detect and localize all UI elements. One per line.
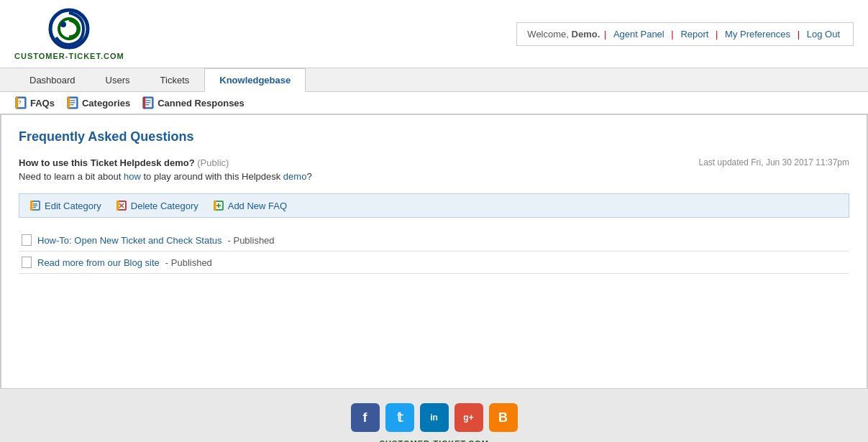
edit-category-label: Edit Category xyxy=(45,201,101,211)
categories-icon xyxy=(66,96,79,109)
faq-list-item-2-link[interactable]: Read more from our Blog site xyxy=(37,257,160,268)
faq-header-row: Last updated Fri, Jun 30 2017 11:37pm Ho… xyxy=(19,157,849,168)
svg-rect-9 xyxy=(68,97,70,109)
footer-brand: Customer-Ticket.com xyxy=(14,439,854,442)
sub-nav-faqs[interactable]: ? FAQs xyxy=(14,96,55,109)
my-preferences-link[interactable]: My Preferences xyxy=(725,29,790,40)
main-nav: Dashboard Users Tickets Knowledgebase xyxy=(0,68,868,92)
log-out-link[interactable]: Log Out xyxy=(807,29,840,40)
delete-category-btn[interactable]: Delete Category xyxy=(116,200,198,211)
sub-nav-categories[interactable]: Categories xyxy=(66,96,130,109)
svg-rect-22 xyxy=(33,203,37,205)
social-icons: f 𝕥 in g+ B xyxy=(14,403,854,432)
svg-rect-21 xyxy=(30,201,33,211)
delete-category-label: Delete Category xyxy=(131,201,198,211)
tab-tickets[interactable]: Tickets xyxy=(145,68,205,91)
faq-visibility: (Public) xyxy=(197,157,229,168)
add-new-faq-btn[interactable]: Add New FAQ xyxy=(213,200,287,211)
faq-list-item: Read more from our Blog site - Published xyxy=(19,252,849,274)
svg-rect-12 xyxy=(70,104,73,106)
facebook-btn[interactable]: f xyxy=(351,403,380,432)
faq-list-item-2-status: - Published xyxy=(165,257,212,268)
add-new-faq-label: Add New FAQ xyxy=(228,201,287,211)
content-wrapper: Frequently Asked Questions Last updated … xyxy=(0,115,868,389)
faq-list-item-1-status: - Published xyxy=(228,235,275,246)
svg-rect-27 xyxy=(117,201,119,211)
faq-last-updated: Last updated Fri, Jun 30 2017 11:37pm xyxy=(699,157,849,167)
delete-category-icon xyxy=(116,200,127,211)
username: Demo. xyxy=(572,29,600,40)
doc-icon-1 xyxy=(22,234,32,246)
sub-nav-canned-label: Canned Responses xyxy=(157,98,245,109)
add-new-faq-icon xyxy=(213,200,224,211)
faq-link-how[interactable]: how xyxy=(124,171,141,182)
faq-list-item: How-To: Open New Ticket and Check Status… xyxy=(19,229,849,252)
top-nav: Welcome, Demo. | Agent Panel | Report | … xyxy=(516,22,854,46)
logo-icon xyxy=(47,7,91,50)
svg-rect-32 xyxy=(214,201,216,211)
sub-nav-categories-label: Categories xyxy=(82,98,130,109)
faq-entry: Last updated Fri, Jun 30 2017 11:37pm Ho… xyxy=(19,157,849,182)
page-title: Frequently Asked Questions xyxy=(19,129,849,144)
svg-rect-16 xyxy=(146,100,151,101)
content: Frequently Asked Questions Last updated … xyxy=(1,115,867,388)
edit-category-btn[interactable]: Edit Category xyxy=(29,200,101,211)
twitter-btn[interactable]: 𝕥 xyxy=(385,403,414,432)
logo-text: Customer-Ticket.com xyxy=(14,52,124,60)
canned-icon xyxy=(142,96,155,109)
edit-category-icon xyxy=(29,200,41,211)
sub-nav: ? FAQs Categories C xyxy=(0,92,868,115)
svg-point-2 xyxy=(60,22,66,27)
agent-panel-link[interactable]: Agent Panel xyxy=(613,29,664,40)
faq-description: Need to learn a bit about how to play ar… xyxy=(19,171,849,182)
separator-3: | xyxy=(716,29,718,40)
tab-users[interactable]: Users xyxy=(91,68,145,91)
sub-nav-canned-responses[interactable]: Canned Responses xyxy=(142,96,245,109)
faq-list-item-1-link[interactable]: How-To: Open New Ticket and Check Status xyxy=(37,235,222,246)
faq-link-demo[interactable]: demo xyxy=(283,171,307,182)
doc-icon-2 xyxy=(22,257,32,268)
svg-rect-17 xyxy=(146,102,151,103)
googleplus-btn[interactable]: g+ xyxy=(454,403,483,432)
report-link[interactable]: Report xyxy=(680,29,708,40)
header: Customer-Ticket.com Welcome, Demo. | Age… xyxy=(0,0,868,68)
faq-question-text: How to use this Ticket Helpdesk demo? xyxy=(19,157,195,168)
welcome-text: Welcome, xyxy=(527,29,571,40)
blogger-btn[interactable]: B xyxy=(489,403,518,432)
logo-area: Customer-Ticket.com xyxy=(14,7,124,60)
svg-rect-11 xyxy=(70,102,75,103)
separator-4: | xyxy=(798,29,800,40)
footer: f 𝕥 in g+ B Customer-Ticket.com xyxy=(0,389,868,442)
separator-1: | xyxy=(604,29,606,40)
linkedin-btn[interactable]: in xyxy=(420,403,449,432)
faq-question: How to use this Ticket Helpdesk demo? (P… xyxy=(19,157,229,168)
svg-rect-24 xyxy=(33,207,36,208)
svg-rect-18 xyxy=(146,104,150,106)
svg-text:?: ? xyxy=(19,100,22,105)
action-bar: Edit Category Delete Category xyxy=(19,193,849,218)
svg-rect-23 xyxy=(33,206,37,207)
svg-rect-10 xyxy=(70,100,75,101)
faq-icon: ? xyxy=(14,96,27,109)
sub-nav-faqs-label: FAQs xyxy=(30,98,55,109)
tab-knowledgebase[interactable]: Knowledgebase xyxy=(204,68,306,92)
faq-list: How-To: Open New Ticket and Check Status… xyxy=(19,229,849,274)
svg-rect-15 xyxy=(143,97,145,109)
tab-dashboard[interactable]: Dashboard xyxy=(14,68,91,91)
separator-2: | xyxy=(671,29,673,40)
